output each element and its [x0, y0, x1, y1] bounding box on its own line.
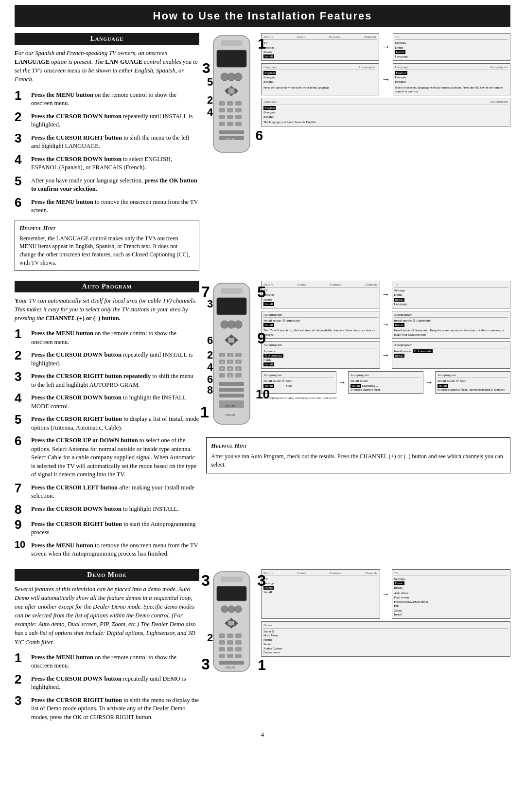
autoprog-intro: Your TV can automatically set itself for… — [15, 296, 199, 323]
ap-screen-3: Autoprogram Install mode: ⊙ Automatic In… — [261, 311, 380, 339]
autoprog-step-10: 10 Press the MENU button to remove the o… — [15, 540, 199, 559]
main-title: How to Use the Installation Features — [15, 5, 510, 27]
svg-rect-93 — [227, 647, 233, 651]
language-remote-svg: PHILIPS 5 2 4 — [206, 33, 257, 160]
ap-row-1: PictureSoundFeaturesChannels TV Settings… — [261, 281, 510, 308]
svg-rect-24 — [219, 130, 244, 134]
demo-screen-3: Demo Zoom ⊙Main MenuPictureSoundActive C… — [261, 621, 510, 657]
svg-rect-92 — [219, 647, 225, 651]
svg-point-11 — [229, 89, 234, 93]
language-screen-panels: PictureSoundFeaturesChannels TV Settings… — [261, 33, 510, 126]
language-hint: Helpful Hint Remember, the LANGUAGE cont… — [15, 220, 199, 271]
lang-screen-2: TV Settings Demo Install Language — [393, 33, 511, 61]
svg-text:4: 4 — [207, 106, 213, 118]
demo-screen-1: PictureSoundFeaturesChannels TV Settings… — [261, 569, 380, 619]
svg-text:PHILIPS: PHILIPS — [226, 666, 235, 669]
svg-rect-97 — [235, 654, 242, 658]
language-section: Language For our Spanish and French-spea… — [15, 33, 510, 275]
demo-step-2: 2 Press the CURSOR DOWN button repeatedl… — [15, 673, 199, 692]
lang-screen-4: LanguageAutoprogram English Français Esp… — [393, 63, 511, 96]
autoprog-step-2: 2 Press the CURSOR DOWN button repeatedl… — [15, 349, 199, 368]
autoprog-step-9: 9 Press the CURSOR RIGHT button to start… — [15, 518, 199, 537]
svg-rect-19 — [227, 115, 233, 119]
autoprog-screen-panels: PictureSoundFeaturesChannels TV Settings… — [261, 281, 510, 401]
svg-rect-22 — [227, 122, 233, 126]
svg-rect-15 — [219, 108, 225, 112]
svg-text:2: 2 — [207, 349, 213, 361]
svg-rect-13 — [227, 101, 233, 106]
demo-mode-section: Demo Mode Several features of this telev… — [15, 569, 510, 726]
svg-rect-32 — [217, 298, 246, 315]
demo-row-1: PictureSoundFeaturesChannels TV Settings… — [261, 569, 510, 619]
svg-text:4: 4 — [207, 361, 213, 373]
lang-screen-3: LanguageAutoprogram English Français Esp… — [261, 63, 379, 96]
svg-rect-14 — [235, 101, 242, 106]
demo-intro: Several features of this television can … — [15, 585, 199, 647]
autoprog-step-8: 8 Press the CURSOR DOWN button to highli… — [15, 503, 199, 516]
demo-step-3: 3 Press the CURSOR RIGHT button to shift… — [15, 694, 199, 722]
svg-text:PHILIPS: PHILIPS — [226, 138, 235, 141]
autoprog-remote-container: 1 2 3 4 5 6 7 8 — [206, 281, 257, 433]
language-remote-container: PHILIPS 5 2 4 3 6 1 — [206, 33, 257, 162]
svg-rect-64 — [219, 388, 244, 392]
language-header: Language — [15, 33, 199, 45]
svg-rect-87 — [227, 633, 233, 638]
svg-rect-88 — [235, 633, 242, 638]
svg-rect-1 — [221, 40, 243, 46]
language-step-3: 3 Press the CURSOR RIGHT button to shift… — [15, 132, 199, 151]
autoprog-step-6: 6 Press the CURSOR UP or DOWN button to … — [15, 434, 199, 479]
svg-rect-16 — [227, 108, 233, 112]
demo-remote-svg: PHILIPS 2 — [206, 569, 257, 676]
svg-rect-96 — [227, 654, 233, 658]
auto-program-section: Auto Program Your TV can automatically s… — [15, 281, 510, 563]
demo-screen-panels: PictureSoundFeaturesChannels TV Settings… — [261, 569, 510, 657]
autoprog-right-col: 1 2 3 4 5 6 7 8 — [206, 281, 510, 563]
ap-row-2: Autoprogram Install mode: ⊙ Automatic In… — [261, 311, 510, 339]
svg-rect-20 — [235, 115, 242, 119]
svg-rect-62 — [235, 373, 242, 378]
demo-header: Demo Mode — [15, 569, 199, 581]
language-step-6: 6 Press the MENU button to remove the on… — [15, 196, 199, 215]
language-step-5: 5 After you have made your language sele… — [15, 175, 199, 194]
language-step-2: 2 Press the CURSOR DOWN button repeatedl… — [15, 110, 199, 129]
ap-screen-8: Autoprogram Install mode: Install Search… — [348, 371, 423, 394]
lang-screen-row-3: LanguageAutoprogram English Français Esp… — [261, 98, 510, 126]
svg-rect-2 — [217, 50, 246, 67]
svg-rect-17 — [235, 108, 242, 112]
svg-point-5 — [234, 73, 242, 81]
svg-rect-77 — [217, 586, 246, 601]
autoprog-step-3: 3 Press the CURSOR RIGHT button repeated… — [15, 370, 199, 389]
ap-row-3: Autoprogram Antenna ⊙ Automatic Cable In… — [261, 341, 510, 369]
ap-screen-4: Autoprogram Install mode: ⊙ Automatic In… — [392, 311, 511, 339]
autoprog-step-4: 4 Press the CURSOR DOWN button to highli… — [15, 392, 199, 411]
svg-rect-23 — [235, 122, 242, 126]
svg-point-79 — [228, 606, 235, 613]
demo-row-2: Demo Zoom ⊙Main MenuPictureSoundActive C… — [261, 621, 510, 657]
autoprog-step-1: 1 Press the MENU button on the remote co… — [15, 327, 199, 346]
autoprog-step-7: 7 Press the CURSOR LEFT button after mak… — [15, 482, 199, 501]
svg-text:PHILIPS: PHILIPS — [226, 405, 235, 408]
svg-rect-21 — [219, 122, 225, 126]
autoprog-left-col: Auto Program Your TV can automatically s… — [15, 281, 199, 563]
svg-text:PHILIPS: PHILIPS — [226, 414, 235, 416]
language-right-col: PHILIPS 5 2 4 3 6 1 — [206, 33, 510, 275]
svg-rect-12 — [219, 101, 225, 106]
language-step-4: 4 Press the CURSOR DOWN button to select… — [15, 153, 199, 172]
svg-text:5: 5 — [207, 76, 213, 88]
svg-text:2: 2 — [207, 94, 213, 106]
page-number: 4 — [15, 731, 510, 739]
svg-point-40 — [229, 338, 234, 343]
lang-screen-row-1: PictureSoundFeaturesChannels TV Settings… — [261, 33, 510, 61]
svg-rect-63 — [219, 382, 244, 386]
lang-screen-1: PictureSoundFeaturesChannels TV Settings… — [261, 33, 379, 61]
autoprog-header: Auto Program — [15, 281, 199, 292]
svg-rect-76 — [221, 577, 243, 582]
ap-screen-5: Autoprogram Antenna ⊙ Automatic Cable In… — [261, 341, 380, 369]
lang-screen-5: LanguageAutoprogram English Français Esp… — [261, 98, 510, 126]
svg-text:8: 8 — [207, 384, 213, 396]
ap-screen-7: Autoprogram Install mode: ⊙ Start Instal… — [261, 371, 336, 394]
svg-rect-95 — [219, 654, 225, 658]
ap-screen-6: Autoprogram Install mode: ⊙ Automatic In… — [392, 341, 511, 369]
svg-rect-91 — [235, 640, 242, 645]
demo-right-col: PHILIPS 2 3 3 3 1 PictureSoundFeaturesCh… — [206, 569, 510, 726]
